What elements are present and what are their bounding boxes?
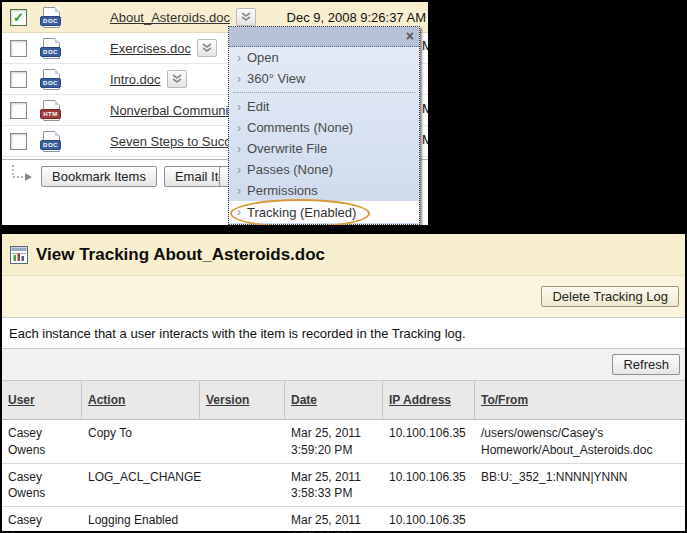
page-title: View Tracking About_Asteroids.doc [36, 245, 325, 265]
panel-description: Each instance that a user interacts with… [2, 318, 685, 348]
cell-user: Casey Owens [2, 507, 82, 533]
sort-action-header[interactable]: Action [88, 393, 125, 408]
sort-ip-address-header[interactable]: IP Address [389, 393, 451, 408]
cell-action: Copy To [82, 420, 200, 463]
checkbox[interactable] [10, 133, 27, 150]
dropdown-chevron-icon[interactable] [197, 39, 217, 57]
bullet-icon: › [237, 100, 241, 114]
cell-action: LOG_ACL_CHANGE [82, 464, 200, 507]
file-link[interactable]: Intro.doc [110, 72, 161, 87]
checkbox-checked[interactable]: ✓ [10, 9, 27, 26]
file-link[interactable]: About_Asteroids.doc [110, 10, 230, 25]
tracking-table: User Action Version Date IP Address To/F… [2, 381, 685, 533]
menu-divider [233, 92, 415, 93]
tracking-chart-icon [10, 246, 28, 264]
menu-item-permissions[interactable]: ›Permissions [229, 180, 419, 201]
menu-item-edit[interactable]: ›Edit [229, 96, 419, 117]
file-type-badge: DOC [40, 78, 61, 88]
cell-version [200, 420, 285, 463]
cell-ip: 10.100.106.35 [383, 507, 475, 533]
cell-tofrom [475, 507, 685, 533]
htm-file-icon: HTM [40, 100, 62, 120]
bullet-icon: › [237, 72, 241, 86]
menu-item-label: 360° View [247, 71, 305, 86]
screenshot-composite: ✓ DOC About_Asteroids.doc Dec 9, 2008 9:… [0, 0, 687, 533]
doc-file-icon: DOC [40, 38, 62, 58]
menu-item-label: Open [247, 50, 279, 65]
context-menu: × ›Open ›360° View ›Edit ›Comments (None… [228, 26, 420, 225]
indent-arrow-icon [10, 165, 34, 187]
cell-user: Casey Owens [2, 464, 82, 507]
table-header-row: User Action Version Date IP Address To/F… [2, 381, 685, 420]
cell-date: Mar 25, 2011 3:58:33 PM [285, 464, 383, 507]
file-date: Dec 9, 2008 9:26:37 AM [287, 10, 428, 25]
menu-item-label: Overwrite File [247, 141, 327, 156]
menu-item-label: Tracking (Enabled) [247, 205, 356, 220]
table-row: Casey Owens Copy To Mar 25, 2011 3:59:20… [2, 420, 685, 464]
doc-file-icon: DOC [40, 7, 62, 27]
checkbox[interactable] [10, 40, 27, 57]
menu-item-passes[interactable]: ›Passes (None) [229, 159, 419, 180]
cell-tofrom: /users/owensc/Casey's Homework/About_Ast… [475, 420, 685, 463]
menu-item-overwrite-file[interactable]: ›Overwrite File [229, 138, 419, 159]
bullet-icon: › [237, 205, 241, 219]
sort-date-header[interactable]: Date [291, 393, 317, 408]
cell-tofrom: BB:U:_352_1:NNNN|YNNN [475, 464, 685, 507]
menu-item-tracking[interactable]: ›Tracking (Enabled) [229, 201, 419, 223]
cell-action: Logging Enabled [82, 507, 200, 533]
description-text: Each instance that a user interacts with… [9, 326, 466, 341]
file-type-badge: DOC [40, 16, 61, 26]
close-icon[interactable]: × [406, 27, 414, 46]
cell-ip: 10.100.106.35 [383, 420, 475, 463]
cell-ip: 10.100.106.35 [383, 464, 475, 507]
menu-item-open[interactable]: ›Open [229, 47, 419, 68]
file-type-badge: DOC [40, 47, 61, 57]
table-row: Casey Owens Logging Enabled Mar 25, 2011… [2, 507, 685, 533]
cell-date: Mar 25, 2011 3:57:36 PM [285, 507, 383, 533]
file-link[interactable]: Nonverbal Communic [110, 103, 235, 118]
file-manager-screenshot: ✓ DOC About_Asteroids.doc Dec 9, 2008 9:… [2, 2, 428, 225]
menu-item-label: Comments (None) [247, 120, 353, 135]
panel-header: View Tracking About_Asteroids.doc [2, 234, 685, 276]
bullet-icon: › [237, 51, 241, 65]
cell-user: Casey Owens [2, 420, 82, 463]
bullet-icon: › [237, 163, 241, 177]
menu-item-360-view[interactable]: ›360° View [229, 68, 419, 89]
file-type-badge: HTM [40, 109, 61, 119]
menu-item-label: Edit [247, 99, 269, 114]
sort-user-header[interactable]: User [8, 393, 35, 408]
clipped-date-fragment: M [422, 101, 428, 116]
doc-file-icon: DOC [40, 69, 62, 89]
dropdown-chevron-icon[interactable] [167, 70, 187, 88]
check-icon: ✓ [13, 11, 24, 24]
menu-item-comments[interactable]: ›Comments (None) [229, 117, 419, 138]
bullet-icon: › [237, 121, 241, 135]
bookmark-items-button[interactable]: Bookmark Items [41, 166, 157, 187]
context-menu-titlebar: × [229, 27, 419, 47]
file-link[interactable]: Exercises.doc [110, 41, 191, 56]
clipped-date-fragment: M [422, 132, 428, 147]
clipped-date-fragment: M [422, 38, 428, 53]
menu-item-label: Passes (None) [247, 162, 333, 177]
panel-actions: Delete Tracking Log [2, 276, 685, 318]
cell-version [200, 464, 285, 507]
checkbox[interactable] [10, 71, 27, 88]
refresh-bar: Refresh [2, 348, 685, 381]
view-tracking-panel: View Tracking About_Asteroids.doc Delete… [2, 234, 685, 531]
doc-file-icon: DOC [40, 131, 62, 151]
sort-version-header[interactable]: Version [206, 393, 249, 408]
dropdown-chevron-icon[interactable] [236, 8, 256, 26]
file-link[interactable]: Seven Steps to Succe [110, 134, 238, 149]
bullet-icon: › [237, 184, 241, 198]
file-type-badge: DOC [40, 140, 61, 150]
menu-item-label: Permissions [247, 183, 318, 198]
delete-tracking-log-button[interactable]: Delete Tracking Log [541, 286, 679, 307]
refresh-button[interactable]: Refresh [612, 354, 680, 375]
cell-date: Mar 25, 2011 3:59:20 PM [285, 420, 383, 463]
sort-tofrom-header[interactable]: To/From [481, 393, 528, 408]
bullet-icon: › [237, 142, 241, 156]
table-row: Casey Owens LOG_ACL_CHANGE Mar 25, 2011 … [2, 464, 685, 508]
cell-version [200, 507, 285, 533]
checkbox[interactable] [10, 102, 27, 119]
